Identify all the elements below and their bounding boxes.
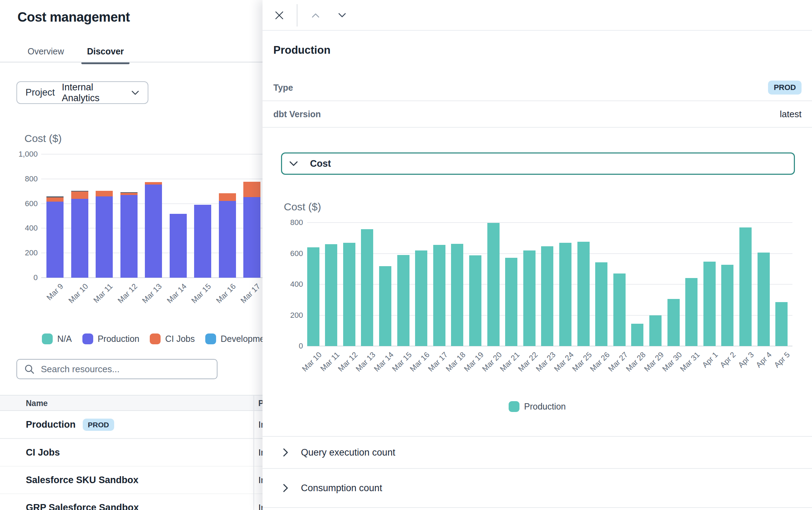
x-axis-label: Mar 10 [67, 282, 90, 305]
bar-production[interactable] [649, 315, 662, 346]
y-axis-tick: 0 [4, 273, 38, 283]
bar-production[interactable] [71, 199, 88, 278]
search-input[interactable] [41, 364, 210, 375]
x-axis-label: Apr 3 [736, 350, 756, 370]
bar-production[interactable] [595, 262, 607, 346]
x-axis-label: Mar 31 [678, 350, 702, 374]
bar-ci-jobs[interactable] [219, 193, 236, 201]
bar-production[interactable] [758, 253, 770, 346]
x-axis-label: Mar 15 [190, 282, 213, 305]
table-row-grp-salesforce-sandbox[interactable]: GRP Salesforce SandboxInternal Analytics [0, 494, 263, 510]
x-axis-label: Apr 4 [754, 350, 774, 370]
x-axis-label: Mar 10 [300, 350, 324, 374]
y-axis-tick: 400 [4, 223, 38, 233]
legend-label: Development [221, 334, 263, 344]
bar-production[interactable] [505, 258, 517, 346]
y-axis-tick: 1,000 [4, 149, 38, 159]
legend-label: N/A [57, 334, 72, 344]
search-box [16, 359, 217, 379]
bar-production[interactable] [170, 214, 187, 278]
legend-item-development[interactable]: Development [205, 333, 263, 344]
bar-production[interactable] [433, 245, 445, 346]
legend-label: Production [524, 402, 566, 412]
bar-ci-jobs[interactable] [243, 182, 260, 197]
legend-item-production[interactable]: Production [509, 401, 566, 412]
bar-production[interactable] [559, 243, 571, 346]
y-axis-tick: 0 [270, 341, 303, 351]
bar-ci-jobs[interactable] [96, 191, 113, 196]
bar-ci-jobs[interactable] [120, 193, 138, 195]
y-axis-tick: 200 [4, 248, 38, 258]
bar-production[interactable] [120, 195, 138, 278]
x-axis-label: Mar 24 [552, 350, 576, 374]
detail-panel: Production TypePRODdbt Versionlatest Cos… [263, 0, 812, 510]
bar-production[interactable] [703, 262, 716, 346]
bar-production[interactable] [739, 227, 752, 346]
bar-production[interactable] [379, 266, 391, 346]
bar-production[interactable] [96, 196, 113, 278]
x-axis-label: Mar 13 [354, 350, 377, 374]
bar-ci-jobs[interactable] [46, 197, 64, 202]
bar-production[interactable] [343, 243, 355, 346]
bar-production[interactable] [721, 265, 733, 346]
x-axis-label: Mar 29 [642, 350, 666, 374]
table-row-ci-jobs[interactable]: CI JobsInternal Analytics [0, 439, 263, 467]
x-axis-label: Mar 28 [624, 350, 648, 374]
x-axis-label: Apr 2 [718, 350, 738, 370]
right-chart-legend: Production [263, 401, 812, 412]
bar-other[interactable] [120, 192, 138, 193]
legend-label: Production [98, 334, 140, 344]
x-axis-label: Mar 22 [516, 350, 540, 374]
x-axis-label: Mar 27 [606, 350, 630, 374]
legend-item-production[interactable]: Production [82, 333, 140, 344]
resource-project: Internal Analytics [258, 494, 263, 510]
section-consumption-count[interactable]: Consumption count [263, 469, 812, 508]
bar-production[interactable] [667, 299, 680, 346]
x-axis-label: Mar 18 [444, 350, 467, 374]
legend-item-n-a[interactable]: N/A [42, 333, 72, 344]
bar-other[interactable] [46, 196, 64, 197]
bar-other[interactable] [71, 191, 88, 192]
bar-ci-jobs[interactable] [71, 192, 88, 199]
bar-production[interactable] [243, 197, 260, 278]
bar-production[interactable] [46, 202, 64, 278]
table-column-divider [253, 395, 254, 510]
legend-swatch [509, 401, 519, 412]
gridline [41, 179, 263, 179]
bar-ci-jobs[interactable] [145, 182, 162, 185]
bar-production[interactable] [469, 255, 481, 346]
section-label: Consumption count [301, 483, 382, 494]
section-query-execution-count[interactable]: Query execution count [263, 436, 812, 469]
bar-production[interactable] [145, 185, 162, 278]
table-row-salesforce-sku-sandbox[interactable]: Salesforce SKU SandboxInternal Analytics [0, 466, 263, 494]
section-label: Query execution count [301, 447, 395, 458]
legend-label: CI Jobs [165, 334, 195, 344]
bar-production[interactable] [775, 302, 788, 346]
bar-production[interactable] [194, 205, 211, 278]
table-row-production[interactable]: ProductionPRODInternal Analytics [0, 411, 263, 439]
cost-by-environment-chart: 1,0008006004002000Mar 9Mar 10Mar 11Mar 1… [0, 0, 263, 328]
table-header-project: Project [258, 396, 263, 411]
bar-production[interactable] [451, 244, 463, 346]
bar-production[interactable] [307, 247, 319, 346]
bar-production[interactable] [577, 242, 590, 346]
resource-name: Salesforce SKU Sandbox [26, 466, 139, 494]
bar-production[interactable] [397, 255, 409, 346]
bar-production[interactable] [325, 244, 337, 346]
production-cost-chart: 8006004002000Mar 10Mar 11Mar 12Mar 13Mar… [263, 0, 812, 394]
x-axis-label: Mar 23 [534, 350, 558, 374]
y-axis-tick: 200 [270, 310, 303, 320]
bar-production[interactable] [415, 250, 427, 346]
y-axis-tick: 800 [270, 218, 303, 227]
bar-production[interactable] [219, 201, 236, 278]
bar-production[interactable] [631, 324, 643, 346]
bar-production[interactable] [613, 273, 626, 346]
legend-item-ci-jobs[interactable]: CI Jobs [150, 333, 195, 344]
bar-production[interactable] [685, 278, 697, 346]
bar-production[interactable] [541, 246, 553, 346]
bar-production[interactable] [361, 229, 373, 346]
bar-production[interactable] [487, 223, 500, 346]
x-axis-label: Apr 5 [772, 350, 792, 370]
y-axis-tick: 600 [4, 199, 38, 209]
bar-production[interactable] [523, 250, 536, 346]
